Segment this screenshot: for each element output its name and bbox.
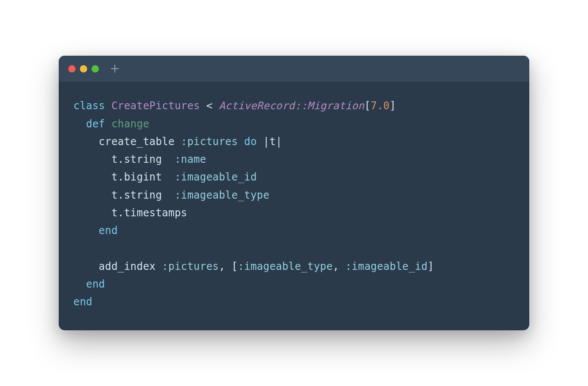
bracket-close: ] xyxy=(390,100,396,112)
symbol: :imageable_id xyxy=(174,171,256,183)
fn-call: add_index xyxy=(99,260,162,272)
indent xyxy=(73,171,111,183)
symbol: :imageable_type xyxy=(238,260,333,272)
symbol: :name xyxy=(174,153,206,165)
keyword-end: end xyxy=(99,225,118,237)
indent xyxy=(73,207,111,219)
zoom-icon[interactable] xyxy=(92,65,99,73)
symbol: :imageable_type xyxy=(174,189,269,201)
bracket-open: [ xyxy=(364,100,371,112)
operator-lt: < xyxy=(200,100,219,112)
symbol: :pictures xyxy=(162,260,219,272)
indent xyxy=(73,260,99,272)
method-call: t.string xyxy=(111,189,175,201)
symbol: :pictures xyxy=(181,136,238,148)
bracket-close: ] xyxy=(427,260,434,272)
method-name: change xyxy=(111,118,149,130)
keyword-end: end xyxy=(73,296,92,308)
class-name: CreatePictures xyxy=(111,100,200,112)
keyword-do: do xyxy=(238,136,263,148)
symbol: :imageable_id xyxy=(345,260,427,272)
minimize-icon[interactable] xyxy=(80,65,87,73)
indent xyxy=(73,278,86,290)
terminal-window: class CreatePictures < ActiveRecord::Mig… xyxy=(59,56,529,330)
block-arg: |t| xyxy=(263,136,282,148)
comma: , xyxy=(333,260,345,272)
parent-class: ActiveRecord::Migration xyxy=(219,100,364,112)
indent xyxy=(73,153,111,165)
close-icon[interactable] xyxy=(68,65,76,73)
keyword-class: class xyxy=(73,100,105,112)
keyword-end: end xyxy=(86,278,105,290)
method-call: t.string xyxy=(111,153,175,165)
method-call: t.bigint xyxy=(111,171,175,183)
comma: , [ xyxy=(219,260,238,272)
version-number: 7.0 xyxy=(371,100,390,112)
indent xyxy=(73,118,86,130)
indent xyxy=(73,189,111,201)
method-call: t.timestamps xyxy=(111,207,187,219)
fn-call: create_table xyxy=(99,136,181,148)
indent xyxy=(73,136,99,148)
keyword-def: def xyxy=(86,118,105,130)
titlebar xyxy=(59,56,529,82)
code-editor[interactable]: class CreatePictures < ActiveRecord::Mig… xyxy=(59,82,529,330)
new-tab-icon[interactable] xyxy=(111,65,119,73)
indent xyxy=(73,225,99,237)
